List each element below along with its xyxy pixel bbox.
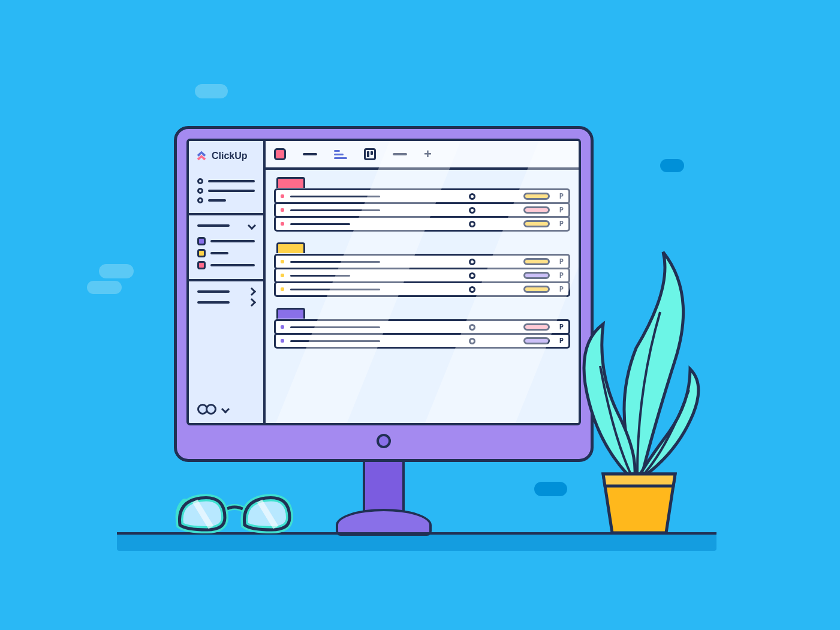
chevron-down-icon (248, 221, 256, 230)
task-row[interactable]: P (274, 216, 570, 232)
monitor: ClickUp (174, 126, 594, 462)
task-assignee-icon[interactable] (469, 221, 475, 227)
sidebar-space-item[interactable] (197, 261, 255, 269)
sidebar-space-item[interactable] (197, 249, 255, 257)
task-status-icon (281, 194, 284, 198)
task-tag-pill[interactable] (523, 272, 550, 279)
task-title (290, 223, 350, 225)
chevron-right-icon (248, 287, 256, 296)
task-title (290, 326, 380, 328)
clickup-logo-icon (195, 149, 208, 163)
view-tab[interactable] (393, 153, 407, 155)
task-group: PPP (274, 177, 570, 232)
task-title (290, 340, 380, 342)
task-priority-flag[interactable]: P (559, 285, 564, 293)
task-priority-flag[interactable]: P (559, 257, 564, 266)
cloud-decor (195, 84, 228, 98)
task-title (290, 209, 380, 211)
task-assignee-icon[interactable] (469, 193, 475, 200)
space-color-icon (197, 249, 206, 257)
eyeglasses-decor (174, 477, 300, 539)
task-status-icon (281, 325, 284, 329)
view-tab-list[interactable] (274, 148, 286, 160)
task-title (290, 275, 350, 277)
monitor-power-button[interactable] (377, 434, 391, 448)
task-assignee-icon[interactable] (469, 259, 475, 265)
sidebar-section-toggle[interactable] (189, 298, 263, 309)
task-priority-flag[interactable]: P (559, 192, 564, 200)
sidebar-section-toggle[interactable] (189, 215, 263, 232)
avatar-icon (206, 404, 216, 415)
task-tag-pill[interactable] (523, 220, 550, 227)
task-priority-flag[interactable]: P (559, 323, 564, 331)
task-group: PP (274, 308, 570, 349)
task-tag-pill[interactable] (523, 206, 550, 214)
sidebar-space-item[interactable] (197, 237, 255, 245)
task-tag-pill[interactable] (523, 337, 550, 344)
task-priority-flag[interactable]: P (559, 220, 564, 228)
cloud-decor (534, 482, 567, 496)
sidebar-nav-item[interactable] (197, 197, 255, 203)
task-tag-pill[interactable] (523, 193, 550, 200)
task-priority-flag[interactable]: P (559, 337, 564, 345)
main-content: + PPPPPPPP (266, 141, 579, 423)
view-tabs: + (266, 141, 579, 170)
task-status-icon (281, 274, 284, 277)
task-assignee-icon[interactable] (469, 338, 475, 344)
group-status-tag[interactable] (276, 308, 305, 319)
space-color-icon (197, 261, 206, 269)
group-status-tag[interactable] (276, 177, 305, 188)
chevron-down-icon (221, 405, 230, 413)
plant-decor (570, 240, 702, 539)
task-row[interactable]: P (274, 281, 570, 297)
sidebar-spaces (189, 232, 263, 279)
add-view-button[interactable]: + (424, 148, 432, 161)
sidebar-nav-item[interactable] (197, 188, 255, 194)
sidebar-section-toggle[interactable] (189, 281, 263, 298)
task-tag-pill[interactable] (523, 323, 550, 331)
view-tab-board[interactable] (364, 148, 376, 160)
group-status-tag[interactable] (276, 242, 305, 253)
task-priority-flag[interactable]: P (559, 271, 564, 280)
view-tab-gantt[interactable] (334, 150, 347, 159)
task-status-icon (281, 222, 284, 226)
task-title (290, 289, 380, 290)
app-name: ClickUp (212, 151, 248, 161)
app-window: ClickUp (186, 139, 581, 425)
app-logo[interactable]: ClickUp (189, 141, 263, 169)
task-assignee-icon[interactable] (469, 324, 475, 331)
space-color-icon (197, 237, 206, 245)
task-status-icon (281, 208, 284, 212)
task-assignee-icon[interactable] (469, 207, 475, 214)
task-priority-flag[interactable]: P (559, 206, 564, 214)
task-title (290, 196, 380, 197)
task-list-area: PPPPPPPP (266, 170, 579, 423)
sidebar-user-menu[interactable] (189, 398, 263, 423)
task-tag-pill[interactable] (523, 286, 550, 293)
task-group: PPP (274, 242, 570, 297)
task-tag-pill[interactable] (523, 258, 550, 265)
sidebar-nav-item[interactable] (197, 178, 255, 184)
task-status-icon (281, 260, 284, 263)
cloud-decor (660, 159, 684, 172)
chevron-right-icon (248, 298, 256, 307)
view-tab[interactable] (303, 153, 317, 155)
sidebar: ClickUp (189, 141, 266, 423)
task-row[interactable]: P (274, 333, 570, 349)
task-status-icon (281, 339, 284, 343)
task-assignee-icon[interactable] (469, 272, 475, 279)
task-title (290, 261, 380, 263)
monitor-stand (363, 455, 405, 512)
task-status-icon (281, 287, 284, 291)
sidebar-nav (189, 169, 263, 213)
task-assignee-icon[interactable] (469, 286, 475, 293)
